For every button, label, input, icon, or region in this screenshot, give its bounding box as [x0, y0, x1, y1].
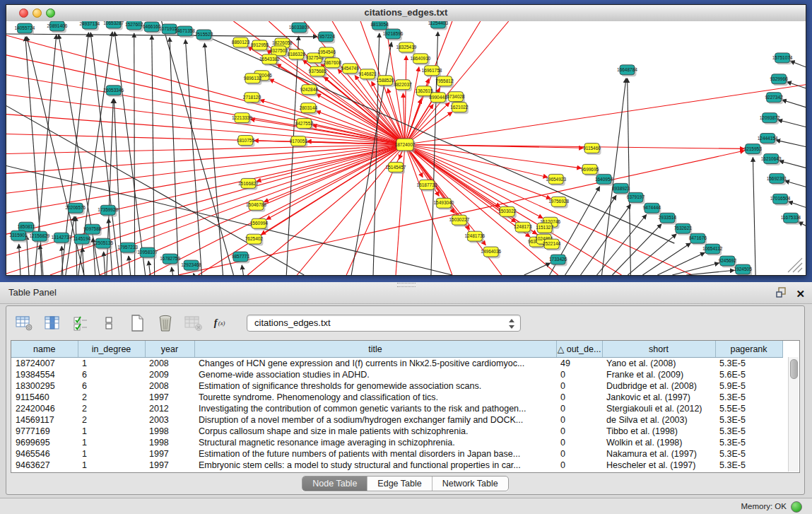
svg-text:16187733: 16187733: [417, 182, 437, 187]
network-canvas[interactable]: 1872400714055724208914062493713410653287…: [6, 21, 806, 275]
svg-text:8990448: 8990448: [429, 95, 447, 100]
network-window[interactable]: citations_edges.txt 18724007140557242089…: [6, 4, 806, 276]
float-panel-icon[interactable]: [776, 286, 787, 300]
svg-text:1621022: 1621022: [450, 105, 469, 110]
column-header-3[interactable]: title: [194, 341, 556, 358]
show-columns-button[interactable]: [43, 314, 61, 332]
svg-text:1850811: 1850811: [18, 224, 35, 229]
svg-text:2867608: 2867608: [324, 60, 342, 65]
svg-text:15751074: 15751074: [772, 55, 793, 60]
svg-text:7632621: 7632621: [674, 226, 693, 230]
table-body[interactable]: 1872400712008Changes of HCN gene express…: [11, 358, 782, 472]
table-row[interactable]: 977716911998Corpus callosum shape and si…: [11, 426, 782, 437]
svg-text:16210643: 16210643: [761, 156, 782, 161]
network-graph[interactable]: 1872400714055724208914062493713410653287…: [6, 21, 806, 275]
table-row[interactable]: 1872400712008Changes of HCN gene express…: [11, 358, 782, 370]
window-resize-grip[interactable]: [788, 258, 802, 272]
svg-text:1588520: 1588520: [376, 78, 394, 83]
table-header-row[interactable]: namein_degreeyeartitle△ out_de...shortpa…: [11, 341, 782, 358]
network-window-title: citations_edges.txt: [6, 7, 806, 18]
svg-text:9097588: 9097588: [83, 226, 102, 231]
new-table-button[interactable]: [128, 314, 146, 332]
table-row[interactable]: 969969511998Structural magnetic resonanc…: [11, 437, 782, 448]
function-builder-button[interactable]: f (x): [213, 314, 231, 332]
svg-text:9146821: 9146821: [358, 71, 377, 76]
svg-text:12213339: 12213339: [232, 115, 252, 120]
svg-text:7625402: 7625402: [245, 236, 264, 241]
import-table-disabled-button: [184, 314, 203, 332]
svg-text:11675334: 11675334: [781, 215, 801, 220]
clear-selection-button[interactable]: [100, 314, 118, 332]
svg-text:20891406: 20891406: [47, 23, 67, 28]
table-panel-title: Table Panel: [8, 287, 57, 298]
column-header-5[interactable]: short: [602, 341, 715, 358]
table-row[interactable]: 1830029562008Estimation of significance …: [11, 380, 782, 392]
svg-text:26053346: 26053346: [103, 88, 124, 93]
svg-text:14671358: 14671358: [175, 28, 195, 33]
table-row[interactable]: 946362711997Embryonic stem cells: a mode…: [11, 460, 782, 471]
table-panel-body: f (x) citations_edges.txt namein_degreey…: [6, 305, 805, 495]
svg-text:2933514: 2933514: [659, 215, 677, 220]
table-row[interactable]: 946554611997Estimation of the future num…: [11, 448, 782, 460]
svg-text:9327503: 9327503: [270, 48, 288, 53]
memory-status-indicator[interactable]: [791, 501, 802, 513]
table-row[interactable]: 2242004622012Investigating the contribut…: [11, 403, 782, 414]
select-all-button[interactable]: [71, 314, 90, 332]
svg-text:1640954: 1640954: [595, 177, 613, 182]
svg-text:2522144: 2522144: [543, 241, 561, 246]
column-header-0[interactable]: name: [11, 341, 78, 358]
svg-text:15030227: 15030227: [449, 217, 469, 222]
svg-text:1810755: 1810755: [237, 138, 255, 143]
table-select-dropdown[interactable]: citations_edges.txt: [247, 315, 521, 332]
svg-text:19654923: 19654923: [546, 177, 566, 182]
svg-text:17359928: 17359928: [98, 207, 118, 212]
svg-text:1560994: 1560994: [250, 221, 269, 226]
svg-text:9170051: 9170051: [290, 139, 308, 144]
network-window-titlebar[interactable]: citations_edges.txt: [6, 5, 806, 22]
svg-text:3315901: 3315901: [9, 233, 28, 238]
svg-text:8471676: 8471676: [689, 235, 707, 240]
table-row[interactable]: 1456911722003Disruption of a novel membe…: [11, 414, 782, 426]
svg-text:6379197: 6379197: [627, 195, 645, 200]
svg-text:1362615: 1362615: [415, 88, 433, 93]
svg-text:f: f: [214, 317, 218, 328]
close-panel-icon[interactable]: ✕: [796, 288, 805, 299]
svg-text:7515523: 7515523: [195, 32, 213, 37]
svg-text:14055724: 14055724: [15, 25, 35, 30]
svg-text:9227342: 9227342: [765, 95, 783, 100]
svg-text:2718120: 2718120: [243, 95, 261, 100]
svg-text:15145457: 15145457: [386, 165, 406, 170]
scrollbar-thumb[interactable]: [790, 359, 798, 379]
svg-text:19756928: 19756928: [548, 199, 569, 204]
svg-text:7955812: 7955812: [435, 78, 454, 83]
panel-splitter-handle[interactable]: [397, 283, 416, 287]
tab-edge-table[interactable]: Edge Table: [367, 477, 432, 491]
svg-text:10958107: 10958107: [137, 250, 158, 255]
table-row[interactable]: 1938455462009Genome-wide association stu…: [11, 369, 782, 380]
column-header-2[interactable]: year: [145, 341, 194, 358]
svg-text:13142737: 13142737: [51, 235, 71, 240]
tab-network-table[interactable]: Network Table: [433, 477, 508, 491]
svg-text:16782759: 16782759: [160, 256, 180, 261]
table-row[interactable]: 911546021997Tourette syndrome. Phenomeno…: [11, 392, 782, 403]
table-settings-button[interactable]: [15, 314, 33, 332]
table-panel-header: Table Panel ✕: [0, 282, 812, 304]
svg-text:8912955: 8912955: [251, 42, 269, 47]
svg-text:14964036: 14964036: [481, 249, 501, 254]
attribute-table[interactable]: namein_degreeyeartitle△ out_de...shortpa…: [11, 340, 800, 473]
table-panel: Table Panel ✕: [0, 282, 812, 514]
column-header-6[interactable]: pagerank: [715, 341, 782, 358]
memory-status-label: Memory: OK: [741, 502, 787, 510]
svg-text:9242844: 9242844: [300, 87, 319, 92]
svg-text:1248173: 1248173: [514, 224, 532, 229]
table-vertical-scrollbar[interactable]: [788, 357, 799, 472]
column-header-4[interactable]: △ out_de...: [556, 341, 602, 358]
svg-text:12481736: 12481736: [464, 233, 485, 238]
tab-node-table[interactable]: Node Table: [302, 477, 367, 491]
node-attribute-table[interactable]: namein_degreeyeartitle△ out_de...shortpa…: [11, 341, 783, 471]
svg-text:18325419: 18325419: [396, 45, 417, 49]
delete-table-button[interactable]: [156, 314, 175, 332]
svg-text:10653287: 10653287: [103, 21, 124, 25]
svg-text:15493040: 15493040: [434, 200, 454, 205]
column-header-1[interactable]: in_degree: [78, 341, 145, 358]
